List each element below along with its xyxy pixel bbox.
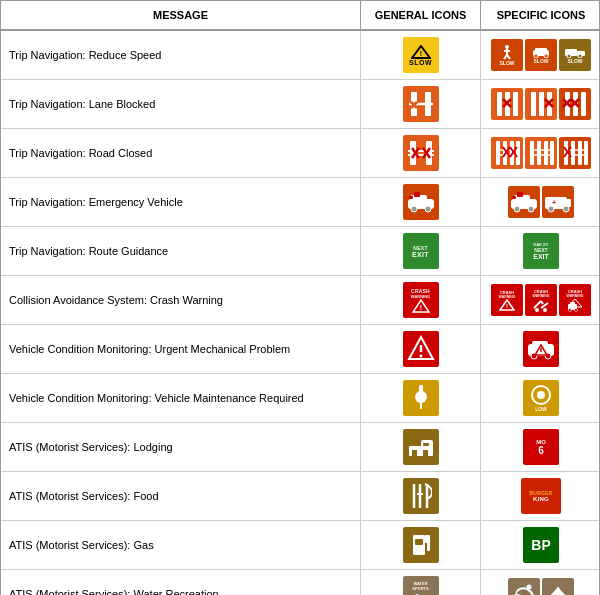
slow-warning-icon: ! SLOW [403,37,439,73]
svg-point-94 [543,308,547,312]
table-row: Trip Navigation: Emergency Vehicle [1,178,599,227]
specific-icon-cell [481,325,600,373]
crash-s2-icon: CRASH WARNING [525,284,557,316]
svg-point-78 [514,206,520,212]
svg-rect-26 [539,92,544,116]
gas-general-icon [403,527,439,563]
road-closed-s3-icon [559,137,591,169]
svg-rect-55 [530,141,534,165]
specific-icon-cell [481,570,600,595]
lodging-general-icon [403,429,439,465]
svg-rect-63 [578,141,582,165]
header-message: MESSAGE [1,1,361,29]
slow-pedestrian-icon: SLOW [491,39,523,71]
svg-point-84 [563,206,569,212]
road-closed-s2-icon [525,137,557,169]
specific-icon-cell: CRASH WARNING ! CRASH WARNING [481,276,600,324]
motel6-icon: MO 6 [523,429,559,465]
general-icon-cell [361,521,481,569]
slow-truck-icon: SLOW [559,39,591,71]
svg-point-98 [575,308,578,311]
svg-rect-71 [414,192,420,197]
maintenance-general-icon [403,380,439,416]
svg-rect-80 [512,196,516,199]
svg-rect-25 [531,92,536,116]
lane-blocked-s2-icon [525,88,557,120]
table-row: Trip Navigation: Reduce Speed ! SLOW SLO… [1,31,599,80]
table-row: Vehicle Condition Monitoring: Urgent Mec… [1,325,599,374]
svg-rect-48 [516,141,520,165]
message-cell: Trip Navigation: Reduce Speed [1,31,361,79]
table-row: Trip Navigation: Route Guidance NEXT EXI… [1,227,599,276]
general-icon-cell [361,374,481,422]
route-guidance-specific-icon: OAK ST. NEXT EXIT [523,233,559,269]
lane-blocked-general-icon [403,86,439,122]
table-row: ATIS (Motorist Services): Food [1,472,599,521]
specific-icon-cell: LOW [481,374,600,422]
message-cell: Trip Navigation: Emergency Vehicle [1,178,361,226]
message-cell: Trip Navigation: Route Guidance [1,227,361,275]
specific-icon-cell: BP [481,521,600,569]
mechanical-specific-icon [523,331,559,367]
table-row: ATIS (Motorist Services): Water Recreati… [1,570,599,595]
header-specific-icons: SPECIFIC ICONS [481,1,600,29]
message-cell: Vehicle Condition Monitoring: Urgent Mec… [1,325,361,373]
svg-rect-58 [550,141,554,165]
message-cell: ATIS (Motorist Services): Water Recreati… [1,570,361,595]
water-boat-icon [542,578,574,595]
general-icon-cell: ! SLOW [361,31,481,79]
emergency-police-icon [508,186,540,218]
slow-car-icon: SLOW [525,39,557,71]
svg-rect-118 [423,450,428,456]
general-icon-cell [361,178,481,226]
svg-rect-64 [584,141,588,165]
lane-blocked-s1-icon [491,88,523,120]
emergency-ambulance-icon: + [542,186,574,218]
svg-rect-22 [513,92,518,116]
general-icon-cell: NEXT EXIT [361,227,481,275]
lane-blocked-s3-icon [559,88,591,120]
svg-rect-128 [427,541,430,551]
table-row: ATIS (Motorist Services): Lodging [1,423,599,472]
main-table: MESSAGE GENERAL ICONS SPECIFIC ICONS Tri… [0,0,600,595]
message-cell: Vehicle Condition Monitoring: Vehicle Ma… [1,374,361,422]
svg-rect-77 [517,192,523,197]
water-general-icon: WATER SPORTS [403,576,439,595]
header-general-icons: GENERAL ICONS [361,1,481,29]
route-guidance-general-icon: NEXT EXIT [403,233,439,269]
svg-line-6 [507,55,510,59]
specific-icon-cell: + [481,178,600,226]
burgerking-icon: BURGER KING [521,478,561,514]
svg-line-91 [541,301,543,304]
bp-icon: BP [523,527,559,563]
specific-icon-cell [481,129,600,177]
specific-icon-cell [481,80,600,128]
general-icon-cell [361,423,481,471]
water-swimmer-icon [508,578,540,595]
table-row: Trip Navigation: Lane Blocked [1,80,599,129]
svg-rect-62 [571,141,575,165]
table-row: Trip Navigation: Road Closed [1,129,599,178]
message-cell: ATIS (Motorist Services): Lodging [1,423,361,471]
svg-point-114 [537,391,545,399]
crash-s1-icon: CRASH WARNING ! [491,284,523,316]
message-cell: Collision Avoidance System: Crash Warnin… [1,276,361,324]
svg-rect-126 [415,539,423,545]
svg-rect-8 [535,48,547,52]
road-closed-s1-icon [491,137,523,169]
svg-point-102 [419,355,422,358]
svg-point-93 [535,308,539,312]
svg-rect-57 [544,141,548,165]
specific-icon-cell: SLOW SLOW SLOW [481,31,600,79]
svg-line-90 [534,301,541,308]
general-icon-cell [361,129,481,177]
svg-rect-119 [423,443,429,446]
svg-rect-117 [412,450,417,456]
svg-text:+: + [552,199,556,206]
svg-text:!: ! [419,304,421,311]
table-header: MESSAGE GENERAL ICONS SPECIFIC ICONS [1,1,599,31]
mechanical-general-icon [403,331,439,367]
crash-s3-icon: CRASH WARNING [559,284,591,316]
general-icon-cell: WATER SPORTS [361,570,481,595]
emergency-general-icon [403,184,439,220]
